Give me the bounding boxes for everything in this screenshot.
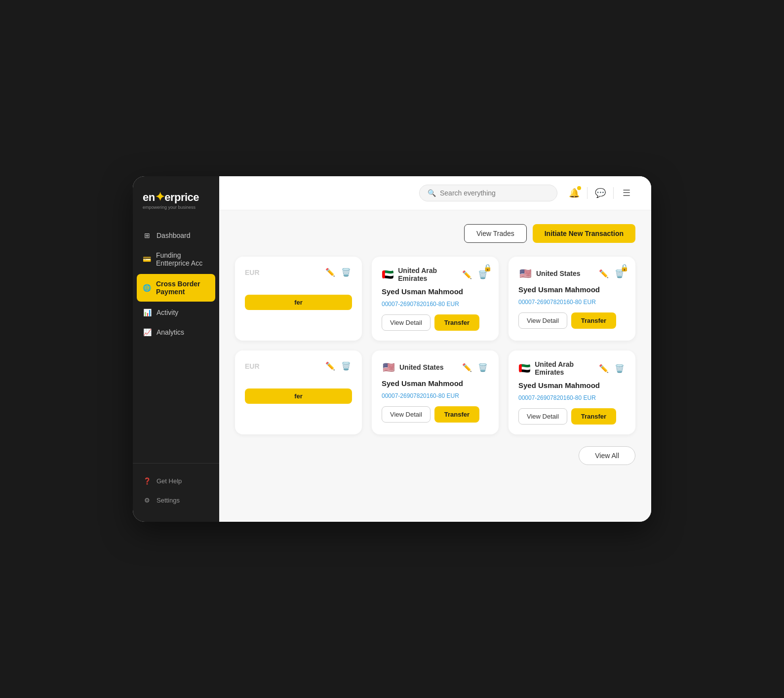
card-2-account: 00007-26907820160-80 EUR bbox=[382, 301, 489, 308]
card-6-flag: 🇦🇪 bbox=[518, 361, 531, 375]
search-icon: 🔍 bbox=[428, 189, 436, 197]
card-1-country-label: EUR bbox=[245, 269, 260, 276]
app-logo: en✦erprice bbox=[143, 190, 209, 204]
card-4-buttons: fer bbox=[245, 388, 352, 404]
chat-icon: 💬 bbox=[595, 188, 606, 198]
sidebar-item-activity[interactable]: 📊 Activity bbox=[133, 303, 219, 322]
beneficiary-card-5: 🇺🇸 United States ✏️ 🗑️ Syed Usman Mahmoo… bbox=[372, 350, 499, 434]
card-2-buttons: View Detail Transfer bbox=[382, 314, 489, 331]
beneficiary-card-3: 🔒 🇺🇸 United States ✏️ 🗑️ Syed Usman Mahm… bbox=[509, 257, 635, 341]
card-1-transfer-button[interactable]: fer bbox=[245, 295, 352, 310]
sidebar-item-funding[interactable]: 💳 Funding Entterprice Acc bbox=[133, 245, 219, 273]
sidebar-label-cross-border: Cross Border Payment bbox=[156, 280, 209, 296]
card-3-lock-icon: 🔒 bbox=[620, 264, 628, 271]
card-5-country: 🇺🇸 United States bbox=[382, 360, 443, 374]
page-actions: View Trades Initiate New Transaction bbox=[235, 224, 635, 243]
view-all-row: View All bbox=[235, 446, 635, 465]
view-all-button[interactable]: View All bbox=[579, 446, 635, 465]
card-2-country-name: United Arab Emirates bbox=[398, 267, 461, 282]
search-bar[interactable]: 🔍 bbox=[419, 185, 557, 201]
header-divider bbox=[587, 187, 588, 199]
card-4-delete-button[interactable]: 🗑️ bbox=[340, 360, 352, 372]
card-6-buttons: View Detail Transfer bbox=[518, 408, 626, 425]
card-1-header: EUR ✏️ 🗑️ bbox=[245, 267, 352, 278]
card-2-name: Syed Usman Mahmood bbox=[382, 287, 489, 296]
sidebar-label-analytics: Analytics bbox=[157, 328, 184, 336]
card-1-buttons: fer bbox=[245, 295, 352, 310]
card-5-edit-button[interactable]: ✏️ bbox=[461, 362, 473, 373]
card-3-name: Syed Usman Mahmood bbox=[518, 285, 626, 294]
sidebar-item-settings[interactable]: ⚙ Settings bbox=[133, 491, 219, 510]
card-5-transfer-button[interactable]: Transfer bbox=[434, 406, 479, 423]
card-6-view-detail-button[interactable]: View Detail bbox=[518, 408, 567, 425]
cross-border-icon: 🌐 bbox=[143, 284, 151, 292]
initiate-transaction-button[interactable]: Initiate New Transaction bbox=[533, 224, 635, 243]
card-5-account: 00007-26907820160-80 EUR bbox=[382, 392, 489, 399]
card-4-actions: ✏️ 🗑️ bbox=[324, 360, 352, 372]
funding-icon: 💳 bbox=[143, 255, 151, 263]
card-2-country: 🇦🇪 United Arab Emirates bbox=[382, 267, 461, 282]
card-2-header: 🇦🇪 United Arab Emirates ✏️ 🗑️ bbox=[382, 267, 489, 282]
card-4-transfer-button[interactable]: fer bbox=[245, 388, 352, 404]
sidebar-label-settings: Settings bbox=[157, 497, 180, 504]
analytics-icon: 📈 bbox=[143, 328, 152, 336]
sidebar-item-analytics[interactable]: 📈 Analytics bbox=[133, 322, 219, 342]
beneficiary-card-6: 🇦🇪 United Arab Emirates ✏️ 🗑️ Syed Usman… bbox=[509, 350, 635, 434]
notification-dot bbox=[577, 186, 581, 190]
card-3-transfer-button[interactable]: Transfer bbox=[571, 312, 616, 329]
card-6-country-name: United Arab Emirates bbox=[535, 360, 598, 376]
card-2-edit-button[interactable]: ✏️ bbox=[461, 269, 473, 280]
card-4-edit-button[interactable]: ✏️ bbox=[324, 360, 336, 372]
card-4-header: EUR ✏️ 🗑️ bbox=[245, 360, 352, 372]
card-4-label: EUR bbox=[245, 362, 260, 370]
sidebar-label-help: Get Help bbox=[157, 477, 182, 485]
header: 🔍 🔔 💬 ☰ bbox=[219, 176, 651, 210]
card-3-view-detail-button[interactable]: View Detail bbox=[518, 312, 567, 329]
nav-bottom: ❓ Get Help ⚙ Settings bbox=[133, 463, 219, 522]
card-6-transfer-button[interactable]: Transfer bbox=[571, 408, 616, 425]
beneficiary-card-1: EUR ✏️ 🗑️ fer bbox=[235, 257, 362, 341]
sidebar-label-dashboard: Dashboard bbox=[157, 232, 191, 239]
logo-area: en✦erprice empowering your business bbox=[133, 176, 219, 222]
card-3-buttons: View Detail Transfer bbox=[518, 312, 626, 329]
card-6-header: 🇦🇪 United Arab Emirates ✏️ 🗑️ bbox=[518, 360, 626, 376]
view-trades-button[interactable]: View Trades bbox=[464, 224, 527, 243]
help-icon: ❓ bbox=[143, 477, 152, 485]
sidebar-item-dashboard[interactable]: ⊞ Dashboard bbox=[133, 226, 219, 245]
card-2-transfer-button[interactable]: Transfer bbox=[434, 314, 479, 331]
card-5-name: Syed Usman Mahmood bbox=[382, 379, 489, 388]
card-1-delete-button[interactable]: 🗑️ bbox=[340, 267, 352, 278]
activity-icon: 📊 bbox=[143, 309, 152, 316]
card-6-edit-button[interactable]: ✏️ bbox=[598, 363, 610, 374]
sidebar-item-cross-border[interactable]: 🌐 Cross Border Payment bbox=[137, 274, 215, 302]
card-5-actions: ✏️ 🗑️ bbox=[461, 362, 489, 373]
card-5-buttons: View Detail Transfer bbox=[382, 406, 489, 423]
sidebar-item-help[interactable]: ❓ Get Help bbox=[133, 471, 219, 491]
card-3-flag: 🇺🇸 bbox=[518, 267, 532, 280]
card-6-country: 🇦🇪 United Arab Emirates bbox=[518, 360, 598, 376]
page-content: View Trades Initiate New Transaction EUR… bbox=[219, 210, 651, 522]
card-6-delete-button[interactable]: 🗑️ bbox=[614, 363, 626, 374]
chat-button[interactable]: 💬 bbox=[591, 184, 609, 202]
card-6-name: Syed Usman Mahmood bbox=[518, 381, 626, 389]
search-input[interactable] bbox=[440, 189, 549, 197]
card-5-header: 🇺🇸 United States ✏️ 🗑️ bbox=[382, 360, 489, 374]
card-3-country: 🇺🇸 United States bbox=[518, 267, 580, 280]
card-3-edit-button[interactable]: ✏️ bbox=[598, 268, 610, 279]
card-5-delete-button[interactable]: 🗑️ bbox=[477, 362, 489, 373]
card-1-edit-button[interactable]: ✏️ bbox=[324, 267, 336, 278]
card-3-account: 00007-26907820160-80 EUR bbox=[518, 299, 626, 306]
card-5-view-detail-button[interactable]: View Detail bbox=[382, 406, 431, 423]
menu-button[interactable]: ☰ bbox=[618, 184, 635, 202]
card-5-country-name: United States bbox=[399, 363, 443, 371]
menu-icon: ☰ bbox=[623, 188, 630, 198]
sidebar-label-funding: Funding Entterprice Acc bbox=[156, 251, 209, 267]
card-2-view-detail-button[interactable]: View Detail bbox=[382, 314, 431, 331]
dashboard-icon: ⊞ bbox=[143, 232, 152, 239]
notification-button[interactable]: 🔔 bbox=[565, 184, 583, 202]
beneficiary-card-2: 🔒 🇦🇪 United Arab Emirates ✏️ 🗑️ Syed Usm… bbox=[372, 257, 499, 341]
settings-icon: ⚙ bbox=[143, 497, 152, 504]
card-3-country-name: United States bbox=[536, 270, 580, 277]
card-2-lock-icon: 🔒 bbox=[483, 264, 492, 271]
nav-main: ⊞ Dashboard 💳 Funding Entterprice Acc 🌐 … bbox=[133, 222, 219, 463]
